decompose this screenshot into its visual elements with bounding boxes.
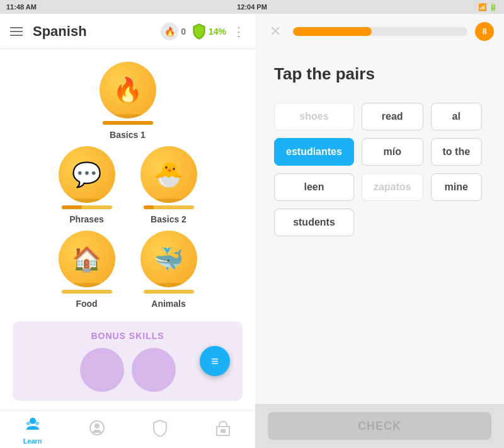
- exercise-title: Tap the pairs: [274, 64, 485, 84]
- left-header: Spanish 🔥 0 14% ⋮: [0, 14, 255, 49]
- shield-icon: [192, 23, 206, 40]
- word-btn-leen[interactable]: leen: [274, 173, 354, 201]
- exercise-body: Tap the pairs shoes read al estudiantes …: [255, 49, 504, 404]
- skill-item-basics1[interactable]: 🔥 Basics 1: [93, 62, 163, 140]
- exercise-header: ✕ 8: [255, 14, 504, 49]
- heart-badge: 8: [475, 22, 494, 41]
- bonus-title: BONUS SKILLS: [91, 331, 164, 341]
- svg-point-4: [94, 423, 100, 428]
- basics1-icon: 🔥: [113, 76, 142, 104]
- shield-badge: 14%: [192, 23, 226, 40]
- word-btn-zapatos[interactable]: zapatos: [362, 173, 423, 201]
- status-right: 📶 🔋: [478, 3, 498, 11]
- word-btn-students[interactable]: students: [274, 209, 354, 236]
- basics1-label: Basics 1: [110, 130, 146, 140]
- skill-row-food-animals: 🏠 Food 🐳 Animals: [52, 231, 203, 309]
- skill-circle-animals: 🐳: [140, 231, 197, 287]
- skill-circle-food: 🏠: [59, 231, 115, 287]
- word-btn-mine[interactable]: mine: [431, 173, 483, 201]
- skill-circle-basics2: 🐣: [140, 146, 197, 203]
- progress-bar-container: [293, 27, 467, 36]
- skill-item-basics2[interactable]: 🐣 Basics 2: [134, 146, 203, 224]
- basics2-progress-fill: [144, 205, 154, 209]
- svg-point-2: [35, 422, 39, 425]
- skill-circle-basics1: 🔥: [100, 62, 156, 118]
- word-btn-to-the[interactable]: to the: [431, 138, 483, 166]
- phrases-label: Phrases: [69, 214, 103, 224]
- word-btn-al[interactable]: al: [431, 103, 483, 130]
- skills-grid: 🔥 Basics 1 💬: [13, 62, 243, 309]
- animals-icon: 🐳: [154, 245, 183, 273]
- nav-store[interactable]: [207, 416, 239, 443]
- svg-point-1: [26, 422, 30, 425]
- phrases-icon: 💬: [72, 161, 101, 188]
- skill-row-basics1: 🔥 Basics 1: [93, 62, 163, 140]
- bonus-circle-1: [80, 348, 124, 392]
- hamburger-menu[interactable]: [10, 27, 23, 36]
- progress-bar-fill: [293, 27, 372, 36]
- svg-rect-6: [220, 429, 226, 433]
- bottom-nav: Learn: [0, 410, 255, 448]
- skill-item-phrases[interactable]: 💬 Phrases: [52, 146, 122, 224]
- word-btn-estudiantes[interactable]: estudiantes: [274, 138, 354, 166]
- basics1-progress-bar: [103, 121, 153, 125]
- food-progress-bar: [62, 290, 112, 294]
- phrases-progress-bar: [62, 205, 112, 209]
- heart-count: 8: [483, 27, 487, 36]
- left-panel: Spanish 🔥 0 14% ⋮: [0, 14, 255, 448]
- basics2-label: Basics 2: [151, 214, 186, 224]
- app-title: Spanish: [33, 23, 151, 40]
- nav-shield[interactable]: [144, 416, 176, 443]
- basics1-progress-fill: [103, 121, 153, 125]
- bonus-circle-2: [132, 348, 176, 392]
- food-label: Food: [76, 299, 97, 309]
- skill-item-food[interactable]: 🏠 Food: [52, 231, 122, 309]
- status-time-center: 12:04 PM: [237, 3, 267, 11]
- basics2-progress-bar: [144, 205, 194, 209]
- word-grid: shoes read al estudiantes mío to the lee…: [274, 103, 485, 236]
- learn-label: Learn: [23, 437, 42, 445]
- fab-icon: ≡: [211, 354, 219, 369]
- skills-scroll: 🔥 Basics 1 💬: [0, 49, 255, 410]
- status-time-left: 11:48 AM: [6, 3, 37, 11]
- shield-nav-icon: [152, 419, 168, 440]
- check-section: CHECK: [255, 404, 504, 448]
- skill-circle-phrases: 💬: [59, 146, 115, 203]
- word-btn-shoes[interactable]: shoes: [274, 103, 354, 130]
- learn-icon: [24, 415, 42, 436]
- streak-icon: 🔥: [161, 23, 178, 40]
- more-icon[interactable]: ⋮: [232, 24, 245, 39]
- animals-label: Animals: [151, 299, 185, 309]
- profile-icon: [88, 419, 106, 440]
- svg-point-0: [30, 418, 36, 424]
- streak-counter: 🔥 0: [161, 23, 186, 40]
- basics2-icon: 🐣: [154, 161, 183, 188]
- food-icon: 🏠: [72, 245, 101, 273]
- header-right: 🔥 0 14% ⋮: [161, 23, 245, 40]
- skill-item-animals[interactable]: 🐳 Animals: [134, 231, 203, 309]
- right-panel: ✕ 8 Tap the pairs shoes read al estudian…: [255, 14, 504, 448]
- store-icon: [214, 419, 232, 440]
- bonus-section: BONUS SKILLS ≡: [13, 321, 243, 401]
- main-content: Spanish 🔥 0 14% ⋮: [0, 14, 504, 448]
- check-button[interactable]: CHECK: [268, 412, 491, 440]
- close-button[interactable]: ✕: [265, 21, 285, 42]
- bonus-fab[interactable]: ≡: [200, 346, 230, 376]
- word-btn-read[interactable]: read: [362, 103, 423, 130]
- animals-progress-bar: [144, 290, 194, 294]
- phrases-progress-fill: [62, 205, 82, 209]
- streak-count: 0: [181, 26, 186, 37]
- nav-profile[interactable]: [81, 416, 113, 443]
- percent-text: 14%: [209, 26, 226, 37]
- word-btn-mio[interactable]: mío: [362, 138, 423, 166]
- skill-row-phrases-basics2: 💬 Phrases 🐣 Basic: [52, 146, 203, 224]
- nav-learn[interactable]: Learn: [16, 412, 50, 447]
- status-bar: 11:48 AM 12:04 PM 📶 🔋: [0, 0, 504, 14]
